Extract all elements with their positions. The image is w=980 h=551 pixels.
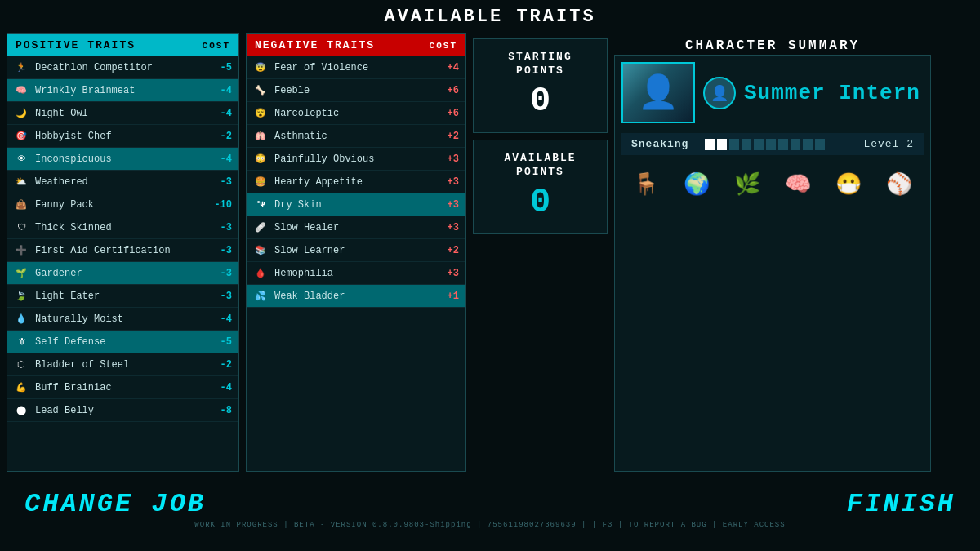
- positive-trait-item[interactable]: Weathered -3: [7, 171, 238, 193]
- shield-icon: [14, 220, 29, 235]
- trait-name: Inconspicuous: [35, 153, 207, 165]
- negative-cost-header: COST: [430, 41, 457, 51]
- trait-cost: -2: [207, 359, 232, 371]
- positive-cost-header: COST: [203, 41, 230, 51]
- positive-trait-item[interactable]: Inconspicuous -4: [7, 148, 238, 171]
- trait-cost: -5: [207, 336, 232, 348]
- positive-trait-item[interactable]: Thick Skinned -3: [7, 216, 238, 239]
- trait-cost: +2: [434, 131, 459, 142]
- trait-name: Wrinkly Brainmeat: [35, 85, 207, 96]
- trait-name: Hobbyist Chef: [35, 131, 207, 142]
- trait-name: Thick Skinned: [35, 222, 207, 233]
- page-title: AVAILABLE TRAITS: [0, 0, 980, 30]
- bottom-bar: CHANGE JOB WORK IN PROGRESS | BETA - VER…: [0, 475, 980, 532]
- narc-icon: [253, 106, 268, 121]
- trait-name: Buff Brainiac: [35, 382, 207, 393]
- points-panel: STARTINGPOINTS 0 AVAILABLEPOINTS 0: [473, 33, 608, 472]
- negative-header: NEGATIVE TRAITS COST: [247, 34, 466, 56]
- positive-header: POSITIVE TRAITS COST: [7, 34, 238, 56]
- positive-trait-item[interactable]: Fanny Pack -10: [7, 193, 238, 216]
- negative-trait-item[interactable]: Fear of Violence +4: [247, 56, 466, 79]
- trait-name: Hearty Appetite: [274, 176, 434, 188]
- trait-cost: +6: [434, 108, 459, 119]
- trait-cost: -3: [207, 245, 232, 256]
- ability-icon-1: 🌍: [679, 167, 715, 202]
- positive-trait-item[interactable]: Bladder of Steel -2: [7, 353, 238, 376]
- trait-cost: -2: [207, 131, 232, 142]
- finish-button[interactable]: FINISH: [847, 489, 956, 519]
- ability-icon-2: 🌿: [729, 167, 765, 202]
- positive-trait-item[interactable]: First Aid Certification -3: [7, 239, 238, 262]
- character-summary-title: CHARACTER SUMMARY: [614, 33, 931, 55]
- trait-cost: -3: [207, 222, 232, 233]
- positive-trait-item[interactable]: Wrinkly Brainmeat -4: [7, 79, 238, 102]
- positive-trait-item[interactable]: Lead Belly -8: [7, 399, 238, 422]
- footer-text: WORK IN PROGRESS | BETA - VERSION 0.8.0.…: [194, 521, 785, 529]
- positive-trait-list: Decathlon Competitor -5 Wrinkly Brainmea…: [7, 56, 238, 471]
- positive-trait-item[interactable]: Buff Brainiac -4: [7, 376, 238, 399]
- avatar-icon: 👤: [710, 84, 728, 102]
- starting-points-value: 0: [480, 82, 600, 121]
- bag-icon: [14, 198, 29, 212]
- trait-cost: -3: [207, 176, 232, 188]
- negative-trait-item[interactable]: Slow Healer +3: [247, 216, 466, 239]
- skill-pip: [815, 139, 825, 150]
- trait-name: Bladder of Steel: [35, 359, 207, 371]
- weak-icon: [253, 289, 268, 304]
- negative-trait-item[interactable]: Hemophilia +3: [247, 262, 466, 285]
- negative-trait-item[interactable]: Slow Learner +2: [247, 239, 466, 262]
- trait-cost: +2: [434, 245, 459, 256]
- available-label: AVAILABLEPOINTS: [480, 152, 600, 180]
- character-avatar: 👤: [703, 77, 736, 109]
- negative-traits-panel: NEGATIVE TRAITS COST Fear of Violence +4…: [246, 33, 466, 472]
- trait-cost: +3: [434, 199, 459, 211]
- character-summary-wrapper: CHARACTER SUMMARY 👤 👤 Summer Intern Snea…: [614, 33, 931, 472]
- change-job-button[interactable]: CHANGE JOB: [24, 489, 206, 519]
- negative-trait-list: Fear of Violence +4 Feeble +6 Narcolepti…: [247, 56, 466, 471]
- skill-pip: [717, 139, 727, 150]
- trait-cost: +6: [434, 85, 459, 96]
- skill-name: Sneaking: [631, 138, 697, 150]
- trait-name: Naturally Moist: [35, 313, 207, 325]
- running-icon: [14, 60, 29, 75]
- skill-pip: [742, 139, 751, 150]
- trait-cost: -3: [207, 291, 232, 302]
- trait-cost: -4: [207, 153, 232, 165]
- negative-trait-item[interactable]: Dry Skin +3: [247, 193, 466, 216]
- trait-name: Slow Learner: [274, 245, 434, 256]
- negative-trait-item[interactable]: Weak Bladder +1: [247, 285, 466, 308]
- weather-icon: [14, 175, 29, 189]
- skill-pip: [803, 139, 813, 150]
- negative-trait-item[interactable]: Asthmatic +2: [247, 125, 466, 148]
- skill-pip: [778, 139, 788, 150]
- trait-cost: -4: [207, 313, 232, 325]
- feeble-icon: [253, 83, 268, 98]
- negative-trait-item[interactable]: Feeble +6: [247, 79, 466, 102]
- trait-name: Feeble: [274, 85, 434, 96]
- negative-trait-item[interactable]: Narcoleptic +6: [247, 102, 466, 125]
- portrait-silhouette: 👤: [638, 73, 679, 113]
- trait-cost: -3: [207, 268, 232, 279]
- eye-icon: [14, 152, 29, 167]
- ability-icon-3: 🧠: [780, 167, 816, 202]
- trait-cost: -4: [207, 85, 232, 96]
- trait-cost: +4: [434, 62, 459, 73]
- skill-bar-row: Sneaking Level 2: [621, 133, 924, 155]
- trait-cost: +3: [434, 153, 459, 165]
- positive-trait-item[interactable]: Naturally Moist -4: [7, 308, 238, 331]
- bladder-icon: [14, 358, 29, 372]
- positive-trait-item[interactable]: Self Defense -5: [7, 331, 238, 353]
- positive-trait-item[interactable]: Decathlon Competitor -5: [7, 56, 238, 79]
- hearty-icon: [253, 175, 268, 189]
- skill-pip: [705, 139, 715, 150]
- hobby-icon: [14, 129, 29, 144]
- positive-trait-item[interactable]: Gardener -3: [7, 262, 238, 285]
- positive-trait-item[interactable]: Night Owl -4: [7, 102, 238, 125]
- negative-trait-item[interactable]: Painfully Obvious +3: [247, 148, 466, 171]
- positive-trait-item[interactable]: Light Eater -3: [7, 285, 238, 308]
- skill-level: Level 2: [863, 138, 914, 150]
- trait-name: Weak Bladder: [274, 291, 434, 302]
- trait-cost: -4: [207, 382, 232, 393]
- negative-trait-item[interactable]: Hearty Appetite +3: [247, 171, 466, 193]
- positive-trait-item[interactable]: Hobbyist Chef -2: [7, 125, 238, 148]
